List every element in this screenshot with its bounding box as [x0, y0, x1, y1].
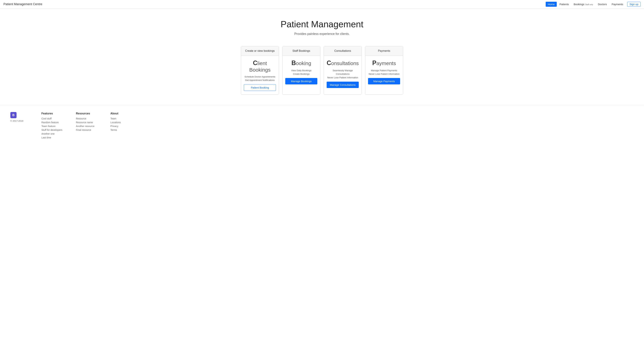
footer-col-title-1: Resources [76, 112, 100, 115]
footer-link-1-0[interactable]: Resource [76, 117, 100, 120]
hero-title: Patient Management [4, 19, 640, 29]
card-3: PaymentsPaymentsManage Patient PaymentsN… [365, 46, 403, 95]
card-icon-title-3: Payments [372, 59, 396, 67]
brand: Patient Management Centre [4, 3, 42, 6]
footer-link-0-3[interactable]: Stuff for developers [42, 129, 66, 131]
navbar: Patient Management Centre HomePatientsBo… [0, 0, 644, 9]
hero-subtitle: Provides painless experience for clients… [4, 32, 640, 36]
footer-link-0-5[interactable]: Last time [42, 136, 66, 139]
nav-link-patients[interactable]: Patients [558, 2, 571, 7]
card-big-letter-0: C [253, 59, 257, 67]
footer: B © 2017-2018 FeaturesCool stuffRandom f… [0, 105, 644, 147]
footer-col-0: FeaturesCool stuffRandom featureTeam fea… [42, 112, 66, 140]
card-big-letter-1: B [292, 59, 296, 67]
card-2: ConsultationsConsultationsSeamlessly Man… [324, 46, 362, 95]
footer-col-title-0: Features [42, 112, 66, 115]
footer-link-0-0[interactable]: Cool stuff [42, 117, 66, 120]
card-body-0: Client BookingsSchedule Doctor Appointme… [241, 56, 279, 94]
footer-link-1-1[interactable]: Resource name [76, 121, 100, 124]
card-body-3: PaymentsManage Patient PaymentsNever Los… [365, 56, 403, 88]
cards-section: Create or view bookingsClient BookingsSc… [0, 43, 644, 105]
hero-section: Patient Management Provides painless exp… [0, 9, 644, 43]
nav-links: HomePatientsBookings Staff onlyDoctorsPa… [546, 2, 640, 7]
card-header-1: Staff Bookings [282, 46, 320, 56]
card-body-1: BookingView Daily BookingsCreate Booking… [282, 56, 320, 88]
card-0: Create or view bookingsClient BookingsSc… [241, 46, 279, 95]
card-header-2: Consultations [324, 46, 362, 56]
card-desc-0: Schedule Doctor AppointmentsGet Appointm… [244, 75, 276, 82]
card-body-2: ConsultationsSeamlessly Manage Consultat… [324, 56, 362, 92]
card-big-letter-3: P [372, 59, 376, 67]
nav-badge: Staff only [585, 4, 593, 6]
footer-logo-icon: B [10, 112, 16, 118]
footer-link-2-2[interactable]: Privacy [110, 125, 134, 128]
footer-col-title-2: About [110, 112, 134, 115]
card-desc-2: Seamlessly Manage ConsultationsNever Los… [327, 69, 359, 80]
footer-link-2-1[interactable]: Locations [110, 121, 134, 124]
footer-link-2-0[interactable]: Team [110, 117, 134, 120]
nav-link-payments[interactable]: Payments [610, 2, 625, 7]
footer-link-0-1[interactable]: Random feature [42, 121, 66, 124]
footer-link-0-4[interactable]: Another one [42, 132, 66, 135]
card-header-0: Create or view bookings [241, 46, 279, 56]
footer-col-1: ResourcesResourceResource nameAnother re… [76, 112, 100, 140]
card-icon-title-2: Consultations [327, 59, 359, 67]
card-button-1[interactable]: Manage Bookings [285, 78, 317, 84]
card-1: Staff BookingsBookingView Daily Bookings… [282, 46, 320, 95]
nav-link-doctors[interactable]: Doctors [596, 2, 609, 7]
nav-link-home[interactable]: Home [546, 2, 557, 7]
footer-copyright: © 2017-2018 [10, 120, 31, 122]
footer-link-1-2[interactable]: Another resource [76, 125, 100, 128]
nav-link-bookings[interactable]: Bookings Staff only [572, 2, 595, 7]
card-icon-title-1: Booking [292, 59, 311, 67]
signup-button[interactable]: Sign up [627, 2, 640, 7]
footer-link-2-3[interactable]: Terms [110, 129, 134, 131]
footer-brand: B © 2017-2018 [10, 112, 31, 140]
footer-inner: B © 2017-2018 FeaturesCool stuffRandom f… [10, 112, 634, 140]
card-button-3[interactable]: Manage Payments [368, 78, 400, 84]
footer-link-1-3[interactable]: Final resource [76, 129, 100, 131]
card-desc-1: View Daily BookingsCreate Bookings [291, 69, 312, 76]
card-header-3: Payments [365, 46, 403, 56]
footer-link-0-2[interactable]: Team feature [42, 125, 66, 128]
card-desc-3: Manage Patient PaymentsNever Lose Patien… [368, 69, 400, 76]
card-big-letter-2: C [327, 59, 331, 67]
card-icon-title-0: Client Bookings [244, 59, 276, 73]
footer-col-2: AboutTeamLocationsPrivacyTerms [110, 112, 134, 140]
card-button-0[interactable]: Patient Booking [244, 84, 276, 91]
card-button-2[interactable]: Manage Consultations [327, 82, 359, 88]
